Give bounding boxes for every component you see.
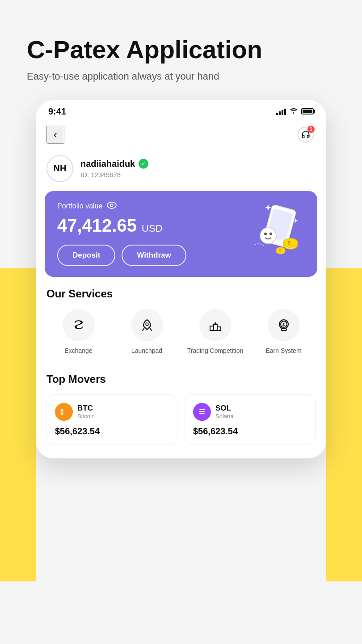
page-subtitle: Easy-to-use application always at your h…	[27, 71, 335, 82]
phone-mockup: 9:41 ‹	[36, 100, 326, 458]
profile-name-row: nadiiahaiduk ✓	[80, 159, 316, 169]
btc-name: Bitcoin	[77, 413, 95, 419]
svg-point-13	[146, 323, 148, 326]
yellow-panel-left	[0, 268, 36, 581]
top-movers-section: Top Movers ₿ BTC Bitcoin $56,623.54	[36, 364, 326, 458]
service-item-earn-system[interactable]: $ Earn System	[252, 309, 316, 355]
avatar: NH	[46, 155, 73, 182]
exchange-label: Exchange	[64, 347, 92, 355]
launchpad-label: Launchpad	[131, 347, 162, 355]
btc-logo: ₿	[55, 403, 73, 421]
svg-rect-16	[217, 327, 221, 330]
svg-rect-14	[214, 324, 217, 330]
trading-competition-icon-circle	[199, 309, 232, 341]
svg-point-1	[110, 204, 113, 207]
svg-rect-20	[281, 329, 286, 330]
svg-text:₿: ₿	[60, 408, 63, 415]
profile-info: nadiiahaiduk ✓ ID: 12345678	[80, 159, 316, 178]
svg-point-5	[264, 233, 267, 235]
sol-name-group: SOL Solana	[215, 404, 233, 419]
page-title: C-Patex Application	[27, 36, 335, 64]
profile-username: nadiiahaiduk	[80, 159, 135, 169]
services-section: Our Services Exchange	[36, 288, 326, 364]
verified-badge: ✓	[139, 159, 148, 169]
nav-bar: ‹ 1	[36, 121, 326, 152]
portfolio-illustration: $ $	[241, 195, 313, 267]
signal-icon	[276, 108, 286, 115]
page-header: C-Patex Application Easy-to-use applicat…	[0, 0, 362, 100]
top-movers-title: Top Movers	[46, 373, 316, 386]
btc-price: $56,623.54	[55, 426, 169, 436]
movers-grid: ₿ BTC Bitcoin $56,623.54	[46, 394, 316, 445]
profile-id: ID: 12345678	[80, 171, 316, 178]
back-button[interactable]: ‹	[46, 126, 64, 144]
deposit-button[interactable]: Deposit	[57, 245, 115, 266]
services-title: Our Services	[46, 288, 316, 300]
service-item-exchange[interactable]: Exchange	[46, 309, 110, 355]
sol-name: Solana	[215, 413, 233, 419]
yellow-panel-right	[326, 268, 362, 581]
status-icons	[276, 107, 314, 115]
sol-header: SOL Solana	[193, 403, 307, 421]
svg-point-6	[269, 233, 272, 235]
sol-price: $56,623.54	[193, 426, 307, 436]
earn-system-label: Earn System	[265, 347, 301, 355]
wifi-icon	[290, 107, 298, 115]
sol-symbol: SOL	[215, 404, 233, 413]
exchange-icon-circle	[63, 309, 95, 341]
status-time: 9:41	[48, 106, 66, 117]
portfolio-card: Portfolio value 47,412.65 USD Deposit Wi…	[45, 191, 317, 277]
launchpad-icon-circle	[131, 309, 163, 341]
btc-header: ₿ BTC Bitcoin	[55, 403, 169, 421]
sol-logo	[193, 403, 211, 421]
eye-icon[interactable]	[107, 202, 117, 211]
svg-text:$: $	[288, 241, 290, 246]
btc-symbol: BTC	[77, 404, 95, 413]
service-item-launchpad[interactable]: Launchpad	[115, 309, 179, 355]
svg-text:$: $	[279, 248, 281, 252]
btc-name-group: BTC Bitcoin	[77, 404, 95, 419]
svg-point-4	[260, 228, 276, 244]
svg-point-8	[283, 238, 298, 247]
battery-icon	[301, 108, 314, 114]
mover-card-sol[interactable]: SOL Solana $56,623.54	[185, 394, 316, 445]
status-bar: 9:41	[36, 100, 326, 121]
svg-text:$: $	[282, 322, 285, 327]
service-item-trading-competition[interactable]: Trading Competition	[183, 309, 247, 355]
mover-card-btc[interactable]: ₿ BTC Bitcoin $56,623.54	[46, 394, 177, 445]
support-button[interactable]: 1	[296, 125, 316, 144]
trading-competition-label: Trading Competition	[187, 347, 244, 355]
services-grid: Exchange Launchpad	[46, 309, 316, 355]
notification-badge: 1	[307, 126, 315, 133]
svg-point-0	[107, 202, 116, 208]
profile-section: NH nadiiahaiduk ✓ ID: 12345678	[36, 152, 326, 191]
withdraw-button[interactable]: Withdraw	[122, 245, 186, 266]
earn-system-icon-circle: $	[268, 309, 300, 341]
svg-rect-15	[210, 326, 214, 330]
